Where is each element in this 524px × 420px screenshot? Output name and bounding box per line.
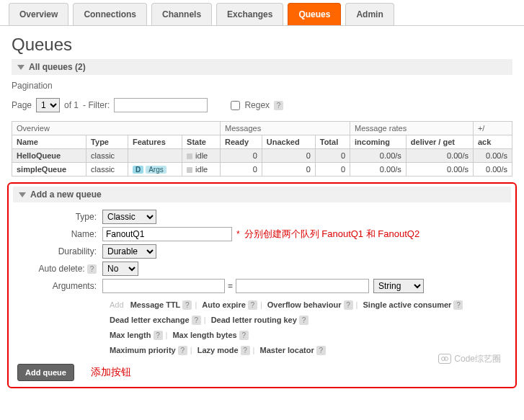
pagination-title: Pagination bbox=[12, 81, 512, 91]
durable-badge: D bbox=[133, 166, 143, 174]
col-group-messages: Messages bbox=[221, 122, 350, 135]
col-total[interactable]: Total bbox=[315, 135, 350, 149]
table-row: HelloQueue classic idle 0 0 0 0.00/s 0.0… bbox=[12, 149, 512, 163]
chevron-down-icon bbox=[17, 65, 25, 70]
autodelete-select[interactable]: No bbox=[102, 262, 138, 276]
col-group-overview: Overview bbox=[12, 122, 221, 135]
helpers-add-label: Add bbox=[110, 300, 124, 309]
cell-total: 0 bbox=[315, 163, 350, 177]
page-select[interactable]: 1 bbox=[36, 98, 60, 112]
equals-sign: = bbox=[228, 281, 233, 291]
name-annotation: 分别创建两个队列 FanoutQ1 和 FanoutQ2 bbox=[244, 228, 419, 241]
col-ready[interactable]: Ready bbox=[221, 135, 262, 149]
col-name[interactable]: Name bbox=[12, 135, 86, 149]
helper-dlrk[interactable]: Dead letter routing key bbox=[211, 316, 297, 324]
cell-incoming: 0.00/s bbox=[350, 163, 407, 177]
col-group-rates: Message rates bbox=[350, 122, 474, 135]
helper-max-length[interactable]: Max length bbox=[110, 331, 151, 339]
argument-helpers: Add Message TTL ?| Auto expire ?| Overfl… bbox=[110, 298, 515, 358]
cell-name[interactable]: simpleQueue bbox=[12, 163, 86, 177]
autodelete-label: Auto delete: ? bbox=[9, 264, 102, 274]
name-input[interactable] bbox=[102, 227, 232, 241]
helper-message-ttl[interactable]: Message TTL bbox=[130, 300, 181, 309]
tab-overview[interactable]: Overview bbox=[9, 3, 68, 25]
cell-type: classic bbox=[86, 149, 128, 163]
type-select[interactable]: Classic bbox=[102, 210, 156, 224]
queues-table: Overview Messages Message rates +/ Name … bbox=[12, 121, 512, 177]
page-title: Queues bbox=[12, 35, 524, 55]
helper-max-length-bytes[interactable]: Max length bytes bbox=[172, 331, 236, 339]
col-deliver[interactable]: deliver / get bbox=[406, 135, 473, 149]
arguments-label: Arguments: bbox=[9, 281, 102, 291]
cell-type: classic bbox=[86, 163, 128, 177]
helper-auto-expire[interactable]: Auto expire bbox=[202, 300, 246, 309]
cell-state: idle bbox=[182, 149, 221, 163]
cell-incoming: 0.00/s bbox=[350, 149, 407, 163]
argument-value-input[interactable] bbox=[236, 279, 369, 293]
argument-type-select[interactable]: String bbox=[373, 279, 424, 293]
cell-features: D Args bbox=[128, 163, 182, 177]
all-queues-label: All queues (2) bbox=[29, 62, 86, 72]
page-label: Page bbox=[12, 100, 32, 110]
helper-lazy-mode[interactable]: Lazy mode bbox=[197, 346, 239, 354]
durability-select[interactable]: Durable bbox=[102, 244, 156, 259]
cell-state: idle bbox=[182, 163, 221, 177]
col-unacked[interactable]: Unacked bbox=[262, 135, 315, 149]
cell-total: 0 bbox=[315, 149, 350, 163]
helper-overflow[interactable]: Overflow behaviour bbox=[267, 300, 342, 309]
tab-queues[interactable]: Queues bbox=[288, 3, 341, 25]
cell-features bbox=[128, 149, 182, 163]
button-annotation: 添加按钮 bbox=[91, 366, 131, 377]
helper-master-locator[interactable]: Master locator bbox=[260, 346, 314, 354]
argument-key-input[interactable] bbox=[102, 279, 225, 293]
cell-unacked: 0 bbox=[262, 163, 315, 177]
name-label: Name: bbox=[9, 229, 102, 239]
watermark: Code综艺圈 bbox=[438, 353, 501, 365]
filter-label: - Filter: bbox=[83, 100, 110, 110]
cell-name[interactable]: HelloQueue bbox=[12, 149, 86, 163]
col-features[interactable]: Features bbox=[128, 135, 182, 149]
helper-single-active[interactable]: Single active consumer bbox=[363, 300, 452, 309]
helper-dlx[interactable]: Dead letter exchange bbox=[110, 316, 190, 324]
helper-max-priority[interactable]: Maximum priority bbox=[110, 346, 176, 354]
col-type[interactable]: Type bbox=[86, 135, 128, 149]
tab-admin[interactable]: Admin bbox=[345, 3, 394, 25]
cell-deliver: 0.00/s bbox=[406, 163, 473, 177]
nav-tabs: Overview Connections Channels Exchanges … bbox=[0, 3, 524, 26]
cell-ack: 0.00/s bbox=[473, 149, 512, 163]
type-label: Type: bbox=[9, 212, 102, 222]
tab-exchanges[interactable]: Exchanges bbox=[216, 3, 283, 25]
regex-checkbox[interactable] bbox=[231, 101, 240, 110]
add-queue-title: Add a new queue bbox=[30, 189, 102, 200]
annotation-box: Add a new queue Type: Classic Name: * 分别… bbox=[7, 182, 517, 388]
cell-unacked: 0 bbox=[262, 149, 315, 163]
wechat-icon bbox=[438, 354, 451, 364]
tab-channels[interactable]: Channels bbox=[151, 3, 212, 25]
regex-label: Regex bbox=[244, 100, 270, 110]
tab-connections[interactable]: Connections bbox=[73, 3, 147, 25]
col-group-plus[interactable]: +/ bbox=[473, 122, 512, 135]
filter-input[interactable] bbox=[114, 98, 208, 112]
add-queue-button[interactable]: Add queue bbox=[17, 364, 74, 381]
required-marker: * bbox=[236, 229, 240, 239]
cell-deliver: 0.00/s bbox=[406, 149, 473, 163]
cell-ready: 0 bbox=[221, 163, 262, 177]
chevron-down-icon bbox=[19, 192, 26, 197]
all-queues-header[interactable]: All queues (2) bbox=[12, 59, 512, 75]
add-queue-header[interactable]: Add a new queue bbox=[13, 187, 511, 202]
cell-ready: 0 bbox=[221, 149, 262, 163]
page-of: of 1 bbox=[64, 100, 79, 110]
col-state[interactable]: State bbox=[182, 135, 221, 149]
autodelete-help-icon[interactable]: ? bbox=[87, 264, 97, 274]
col-incoming[interactable]: incoming bbox=[350, 135, 407, 149]
durability-label: Durability: bbox=[9, 246, 102, 256]
cell-ack: 0.00/s bbox=[473, 163, 512, 177]
table-row: simpleQueue classic D Args idle 0 0 0 0.… bbox=[12, 163, 512, 177]
args-badge: Args bbox=[146, 166, 166, 174]
regex-help-icon[interactable]: ? bbox=[274, 101, 283, 110]
col-ack[interactable]: ack bbox=[473, 135, 512, 149]
